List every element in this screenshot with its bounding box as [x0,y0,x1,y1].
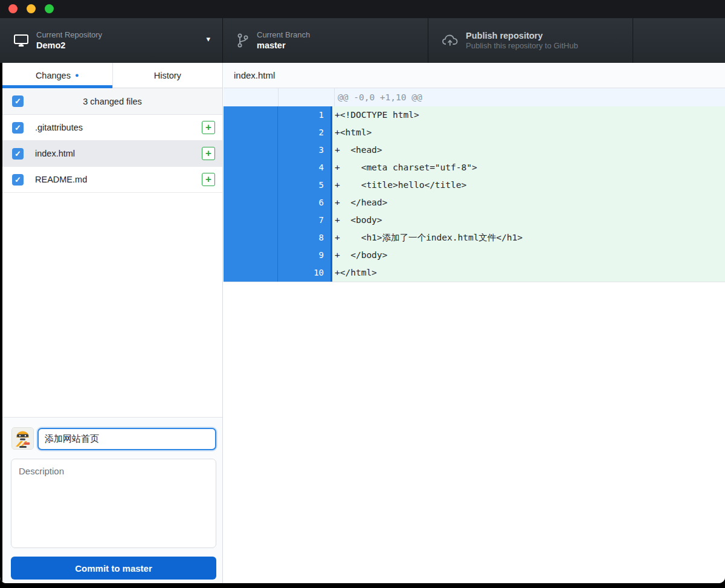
commit-button-branch: master [123,563,152,573]
changed-files-header: ✓ 3 changed files [2,88,222,115]
diff-gutter-old [224,106,278,124]
diff-line-code: + <head> [332,141,725,159]
diff-line-number: 1 [278,106,332,124]
diff-line-code: + <meta charset="utf-8"> [332,159,725,176]
file-name: .gitattributes [35,115,83,140]
commit-description-textarea[interactable] [11,459,216,548]
hunk-gutter-old [224,88,279,106]
file-name: index.html [35,141,75,166]
diff-line-code: + </body> [332,247,725,264]
current-branch-button[interactable]: Current Branch master [223,18,428,63]
diff-line[interactable]: 4 + <meta charset="utf-8"> [224,159,725,176]
diff-line[interactable]: 8 + <h1>添加了一个index.html文件</h1> [224,229,725,247]
diff-line-code: + <body> [332,212,725,229]
diff-line-number: 6 [278,194,332,212]
tab-history[interactable]: History [112,63,223,88]
monitor-icon [13,33,29,48]
repository-label: Current Repository [36,30,102,40]
diff-line-code: + <title>hello</title> [332,176,725,194]
file-status-added-icon: + [202,173,215,186]
diff-line[interactable]: 10 +</html> [224,264,725,282]
changed-file-list: ✓ .gitattributes + ✓ index.html + ✓ READ… [2,115,222,193]
file-row[interactable]: ✓ README.md + [2,167,222,193]
commit-button-label: Commit to [75,563,122,573]
file-checkbox[interactable]: ✓ [12,148,24,160]
diff-line-code: + <h1>添加了一个index.html文件</h1> [332,229,725,247]
current-repository-button[interactable]: Current Repository Demo2 ▾ [0,18,223,63]
diff-lines: 1 +<!DOCTYPE html> 2 +<html> 3 + <head> … [224,106,725,282]
diff-line[interactable]: 9 + </body> [224,247,725,264]
minimize-button[interactable] [27,4,36,13]
diff-line-number: 10 [278,264,332,282]
diff-gutter-old [224,264,278,282]
tab-changes[interactable]: Changes ● [2,63,112,88]
diff-line[interactable]: 5 + <title>hello</title> [224,176,725,194]
diff-line[interactable]: 6 + </head> [224,194,725,212]
file-row[interactable]: ✓ .gitattributes + [2,115,222,141]
diff-line-number: 7 [278,212,332,229]
diff-gutter-old [224,247,278,264]
diff-hunk-header: @@ -0,0 +1,10 @@ [224,88,725,106]
diff-line[interactable]: 7 + <body> [224,212,725,229]
file-name: README.md [35,167,87,192]
file-checkbox[interactable]: ✓ [12,174,24,186]
diff-gutter-old [224,229,278,247]
diff-gutter-old [224,141,278,159]
diff-line-number: 9 [278,247,332,264]
branch-label: Current Branch [257,30,310,40]
titlebar [0,0,725,18]
diff-line-number: 2 [278,124,332,141]
diff-gutter-old [224,124,278,141]
diff-line-number: 5 [278,176,332,194]
tab-history-label: History [154,71,181,80]
commit-form: Commit to master [2,417,222,583]
changed-files-count: 3 changed files [2,88,222,114]
diff-line[interactable]: 3 + <head> [224,141,725,159]
publish-title: Publish repository [466,30,578,41]
changes-sidebar: Changes ● History ✓ 3 changed files ✓ .g… [2,63,223,583]
git-branch-icon [236,33,250,48]
window-left-edge [0,63,2,583]
branch-name: master [257,40,310,51]
diff-gutter-old [224,194,278,212]
diff-line-number: 8 [278,229,332,247]
file-checkbox[interactable]: ✓ [12,122,24,134]
diff-line-code: + </head> [332,194,725,212]
file-status-added-icon: + [202,121,215,134]
zoom-button[interactable] [45,4,54,13]
diff-line[interactable]: 2 +<html> [224,124,725,141]
app-window: Current Repository Demo2 ▾ Current Branc… [0,0,725,583]
hunk-header-text: @@ -0,0 +1,10 @@ [335,88,725,106]
diff-line-code: +<!DOCTYPE html> [332,106,725,124]
diff-line-number: 3 [278,141,332,159]
cloud-upload-icon [442,33,459,48]
diff-gutter-old [224,159,278,176]
close-button[interactable] [8,4,18,13]
file-status-added-icon: + [202,147,215,160]
diff-line-code: +<html> [332,124,725,141]
publish-subtitle: Publish this repository to GitHub [466,41,578,51]
commit-to-master-button[interactable]: Commit to master [11,557,216,580]
hunk-gutter-new [279,88,335,106]
avatar [11,427,34,450]
sidebar-tabbar: Changes ● History [2,63,222,88]
toolbar-empty-area [633,18,725,63]
toolbar: Current Repository Demo2 ▾ Current Branc… [0,18,725,63]
file-row[interactable]: ✓ index.html + [2,141,222,167]
diff-line[interactable]: 1 +<!DOCTYPE html> [224,106,725,124]
repository-name: Demo2 [36,40,102,51]
diff-gutter-old [224,176,278,194]
diff-gutter-old [224,212,278,229]
unsaved-changes-dot-icon: ● [75,72,79,79]
diff-line-code: +</html> [332,264,725,282]
diff-panel: index.html @@ -0,0 +1,10 @@ 1 +<!DOCTYPE… [224,63,725,583]
diff-file-name: index.html [234,70,275,80]
publish-repository-button[interactable]: Publish repository Publish this reposito… [428,18,633,63]
commit-summary-input[interactable] [37,428,216,450]
diff-line-number: 4 [278,159,332,176]
diff-file-header: index.html [224,63,725,88]
tab-changes-label: Changes [36,71,71,80]
